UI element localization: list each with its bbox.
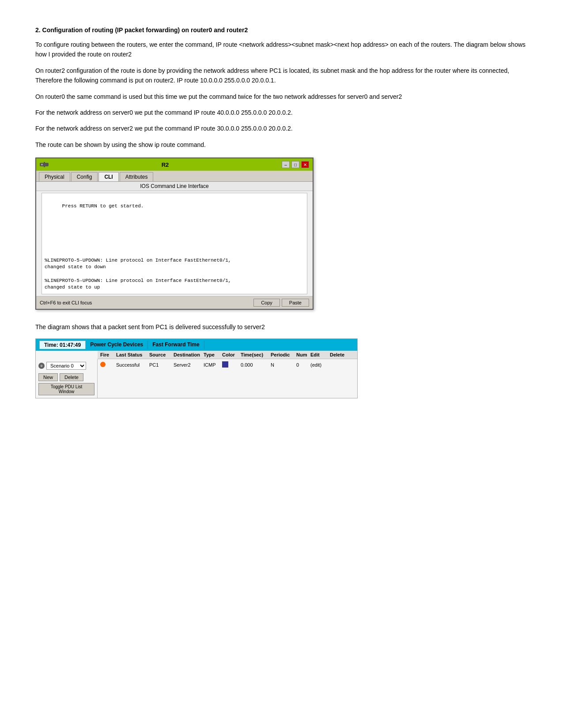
router-title: R2 bbox=[49, 161, 282, 168]
paragraph-1: To configure routing between the routers… bbox=[35, 40, 528, 60]
pdu-tab-fast-forward[interactable]: Fast Forward Time bbox=[148, 341, 204, 349]
tab-physical[interactable]: Physical bbox=[39, 172, 70, 181]
pdu-body: i Scenario 0 New Delete Toggle PDU List … bbox=[36, 359, 357, 398]
cell-fire bbox=[100, 362, 116, 368]
pdu-table-body: Successful PC1 Server2 ICMP 0.000 N 0 (e… bbox=[98, 359, 357, 398]
pdu-table-row: Successful PC1 Server2 ICMP 0.000 N 0 (e… bbox=[100, 360, 355, 370]
cli-textarea[interactable]: Press RETURN to get started. %LINEPROTO-… bbox=[42, 193, 307, 294]
col-periodic: Periodic bbox=[271, 352, 296, 357]
cli-subheader: IOS Command Line Interface bbox=[36, 182, 313, 191]
titlebar-controls: – □ ✕ bbox=[282, 161, 309, 168]
fire-dot bbox=[100, 362, 106, 367]
maximize-button[interactable]: □ bbox=[291, 161, 299, 168]
paste-button[interactable]: Paste bbox=[282, 299, 309, 307]
router-titlebar: R2 – □ ✕ bbox=[36, 158, 313, 171]
paragraph-6: The route can be shown by using the show… bbox=[35, 140, 528, 150]
svg-point-1 bbox=[41, 164, 43, 165]
col-num: Num bbox=[296, 352, 310, 357]
col-last-status: Last Status bbox=[116, 352, 149, 357]
router-tabs: Physical Config CLI Attributes bbox=[36, 171, 313, 182]
cli-footer-buttons: Copy Paste bbox=[253, 299, 309, 307]
pdu-titlebar: Time: 01:47:49 Power Cycle Devices Fast … bbox=[36, 339, 357, 351]
pdu-left-panel: i Scenario 0 New Delete Toggle PDU List … bbox=[36, 359, 98, 398]
pdu-tab-power[interactable]: Power Cycle Devices bbox=[86, 341, 148, 349]
router-footer: Ctrl+F6 to exit CLI focus Copy Paste bbox=[36, 296, 313, 309]
pdu-action-buttons: New Delete bbox=[38, 373, 94, 381]
pdu-window: Time: 01:47:49 Power Cycle Devices Fast … bbox=[35, 338, 358, 398]
paragraph-2: On router2 configuration of the route is… bbox=[35, 66, 528, 86]
minimize-button[interactable]: – bbox=[282, 161, 290, 168]
tab-attributes[interactable]: Attributes bbox=[120, 172, 154, 181]
col-destination: Destination bbox=[174, 352, 204, 357]
paragraph-3: On router0 the same command is used but … bbox=[35, 92, 528, 101]
pdu-tab-time[interactable]: Time: 01:47:49 bbox=[39, 341, 86, 349]
cell-destination: Server2 bbox=[174, 362, 204, 368]
section-heading: 2. Configuration of routing (IP packet f… bbox=[35, 26, 528, 34]
col-source: Source bbox=[149, 352, 174, 357]
tab-cli[interactable]: CLI bbox=[98, 172, 118, 181]
cell-last-status: Successful bbox=[116, 362, 149, 368]
cell-type: ICMP bbox=[204, 362, 222, 368]
scenario-icon: i bbox=[38, 363, 45, 369]
cell-time: 0.000 bbox=[241, 362, 271, 368]
pdu-caption: The diagram shows that a packet sent fro… bbox=[35, 322, 528, 332]
router-window: R2 – □ ✕ Physical Config CLI Attributes … bbox=[35, 158, 314, 310]
col-fire: Fire bbox=[100, 352, 116, 357]
toggle-pdu-button[interactable]: Toggle PDU List Window bbox=[38, 383, 94, 395]
col-delete: Delete bbox=[330, 352, 352, 357]
svg-rect-2 bbox=[44, 162, 45, 167]
delete-button[interactable]: Delete bbox=[60, 373, 83, 381]
color-indicator bbox=[222, 361, 228, 368]
router-icon bbox=[40, 161, 49, 168]
tab-config[interactable]: Config bbox=[71, 172, 98, 181]
paragraph-5: For the network address on server2 we pu… bbox=[35, 124, 528, 133]
scenario-selector: i Scenario 0 bbox=[38, 362, 94, 370]
col-type: Type bbox=[204, 352, 222, 357]
close-button[interactable]: ✕ bbox=[301, 161, 309, 168]
copy-button[interactable]: Copy bbox=[253, 299, 280, 307]
cell-color bbox=[222, 361, 241, 368]
new-button[interactable]: New bbox=[38, 373, 58, 381]
cell-periodic: N bbox=[271, 362, 296, 368]
col-color: Color bbox=[222, 352, 241, 357]
col-edit: Edit bbox=[310, 352, 330, 357]
paragraph-4: For the network address on server0 we pu… bbox=[35, 108, 528, 117]
cell-num: 0 bbox=[296, 362, 310, 368]
cell-source: PC1 bbox=[149, 362, 174, 368]
scenario-dropdown[interactable]: Scenario 0 bbox=[46, 362, 86, 370]
cell-edit[interactable]: (edit) bbox=[310, 362, 330, 368]
col-time: Time(sec) bbox=[241, 352, 271, 357]
cli-shortcut-text: Ctrl+F6 to exit CLI focus bbox=[40, 300, 92, 305]
